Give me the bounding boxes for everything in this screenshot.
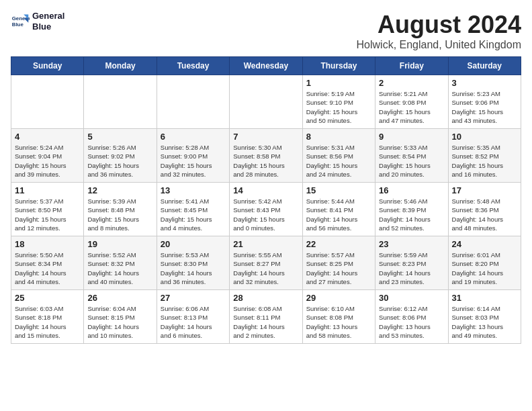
day-number: 18 [15, 239, 80, 249]
day-info: Sunrise: 6:12 AMSunset: 8:06 PMDaylight:… [379, 304, 444, 340]
week-row-5: 25Sunrise: 6:03 AMSunset: 8:18 PMDayligh… [11, 290, 521, 344]
week-row-3: 11Sunrise: 5:37 AMSunset: 8:50 PMDayligh… [11, 183, 521, 236]
calendar-cell: 27Sunrise: 6:06 AMSunset: 8:13 PMDayligh… [157, 290, 229, 344]
calendar-cell: 13Sunrise: 5:41 AMSunset: 8:45 PMDayligh… [157, 183, 229, 236]
day-info: Sunrise: 5:30 AMSunset: 8:58 PMDaylight:… [233, 143, 298, 179]
calendar-cell: 23Sunrise: 5:59 AMSunset: 8:23 PMDayligh… [375, 236, 448, 290]
day-number: 8 [306, 132, 371, 142]
day-info: Sunrise: 6:08 AMSunset: 8:11 PMDaylight:… [233, 304, 298, 340]
calendar-cell [157, 75, 229, 129]
day-info: Sunrise: 5:55 AMSunset: 8:27 PMDaylight:… [233, 250, 298, 286]
day-info: Sunrise: 5:37 AMSunset: 8:50 PMDaylight:… [15, 197, 80, 232]
day-number: 14 [233, 185, 298, 195]
calendar-body: 1Sunrise: 5:19 AMSunset: 9:10 PMDaylight… [11, 75, 521, 344]
day-number: 11 [15, 185, 80, 195]
calendar-cell: 6Sunrise: 5:28 AMSunset: 9:00 PMDaylight… [157, 129, 229, 183]
calendar-cell: 21Sunrise: 5:55 AMSunset: 8:27 PMDayligh… [230, 236, 302, 290]
day-number: 20 [161, 239, 226, 249]
calendar-cell: 28Sunrise: 6:08 AMSunset: 8:11 PMDayligh… [230, 290, 302, 344]
title-block: August 2024 Holwick, England, United Kin… [357, 11, 521, 51]
day-info: Sunrise: 5:21 AMSunset: 9:08 PMDaylight:… [379, 89, 444, 125]
day-number: 26 [87, 293, 152, 303]
day-number: 6 [161, 132, 226, 142]
calendar-cell: 31Sunrise: 6:14 AMSunset: 8:03 PMDayligh… [448, 290, 521, 344]
day-info: Sunrise: 6:06 AMSunset: 8:13 PMDaylight:… [161, 304, 226, 340]
day-info: Sunrise: 5:52 AMSunset: 8:32 PMDaylight:… [87, 250, 152, 286]
week-row-4: 18Sunrise: 5:50 AMSunset: 8:34 PMDayligh… [11, 236, 521, 290]
day-of-week-sunday: Sunday [11, 57, 84, 75]
calendar-cell: 8Sunrise: 5:31 AMSunset: 8:56 PMDaylight… [302, 129, 375, 183]
day-number: 21 [233, 239, 298, 249]
day-info: Sunrise: 5:44 AMSunset: 8:41 PMDaylight:… [306, 197, 371, 232]
day-number: 30 [379, 293, 444, 303]
day-info: Sunrise: 5:28 AMSunset: 9:00 PMDaylight:… [161, 143, 226, 179]
calendar-cell: 1Sunrise: 5:19 AMSunset: 9:10 PMDaylight… [302, 75, 375, 129]
day-number: 29 [306, 293, 371, 303]
day-number: 13 [161, 185, 226, 195]
day-info: Sunrise: 6:03 AMSunset: 8:18 PMDaylight:… [15, 304, 80, 340]
calendar-cell: 16Sunrise: 5:46 AMSunset: 8:39 PMDayligh… [375, 183, 448, 236]
days-of-week-row: SundayMondayTuesdayWednesdayThursdayFrid… [11, 57, 521, 75]
day-number: 17 [452, 185, 517, 195]
calendar-cell: 18Sunrise: 5:50 AMSunset: 8:34 PMDayligh… [11, 236, 84, 290]
calendar-cell [230, 75, 302, 129]
calendar-cell: 5Sunrise: 5:26 AMSunset: 9:02 PMDaylight… [84, 129, 157, 183]
calendar-cell: 4Sunrise: 5:24 AMSunset: 9:04 PMDaylight… [11, 129, 84, 183]
calendar-cell [84, 75, 157, 129]
day-number: 10 [452, 132, 517, 142]
day-info: Sunrise: 5:23 AMSunset: 9:06 PMDaylight:… [452, 89, 517, 125]
page-header: General Blue General Blue August 2024 Ho… [11, 11, 521, 51]
day-info: Sunrise: 5:35 AMSunset: 8:52 PMDaylight:… [452, 143, 517, 179]
day-number: 4 [15, 132, 80, 142]
day-info: Sunrise: 5:33 AMSunset: 8:54 PMDaylight:… [379, 143, 444, 179]
day-info: Sunrise: 5:24 AMSunset: 9:04 PMDaylight:… [15, 143, 80, 179]
svg-text:Blue: Blue [12, 21, 24, 28]
day-number: 27 [161, 293, 226, 303]
day-number: 5 [87, 132, 152, 142]
day-info: Sunrise: 5:50 AMSunset: 8:34 PMDaylight:… [15, 250, 80, 286]
day-number: 7 [233, 132, 298, 142]
logo-text-line2: Blue [32, 21, 64, 32]
day-number: 22 [306, 239, 371, 249]
day-number: 2 [379, 78, 444, 88]
day-info: Sunrise: 6:04 AMSunset: 8:15 PMDaylight:… [87, 304, 152, 340]
day-number: 19 [87, 239, 152, 249]
calendar-cell: 29Sunrise: 6:10 AMSunset: 8:08 PMDayligh… [302, 290, 375, 344]
day-number: 28 [233, 293, 298, 303]
day-number: 1 [306, 78, 371, 88]
calendar-cell: 11Sunrise: 5:37 AMSunset: 8:50 PMDayligh… [11, 183, 84, 236]
day-info: Sunrise: 6:01 AMSunset: 8:20 PMDaylight:… [452, 250, 517, 286]
calendar-cell: 25Sunrise: 6:03 AMSunset: 8:18 PMDayligh… [11, 290, 84, 344]
day-info: Sunrise: 5:26 AMSunset: 9:02 PMDaylight:… [87, 143, 152, 179]
calendar-cell: 9Sunrise: 5:33 AMSunset: 8:54 PMDaylight… [375, 129, 448, 183]
calendar-header: SundayMondayTuesdayWednesdayThursdayFrid… [11, 57, 521, 75]
calendar-subtitle: Holwick, England, United Kingdom [357, 39, 521, 51]
day-number: 12 [87, 185, 152, 195]
calendar-cell: 3Sunrise: 5:23 AMSunset: 9:06 PMDaylight… [448, 75, 521, 129]
calendar-cell: 14Sunrise: 5:42 AMSunset: 8:43 PMDayligh… [230, 183, 302, 236]
day-info: Sunrise: 5:42 AMSunset: 8:43 PMDaylight:… [233, 197, 298, 232]
logo-text-line1: General [32, 11, 64, 21]
day-info: Sunrise: 5:48 AMSunset: 8:36 PMDaylight:… [452, 197, 517, 232]
day-info: Sunrise: 5:46 AMSunset: 8:39 PMDaylight:… [379, 197, 444, 232]
calendar-cell: 22Sunrise: 5:57 AMSunset: 8:25 PMDayligh… [302, 236, 375, 290]
calendar-cell: 19Sunrise: 5:52 AMSunset: 8:32 PMDayligh… [84, 236, 157, 290]
calendar-cell: 2Sunrise: 5:21 AMSunset: 9:08 PMDaylight… [375, 75, 448, 129]
day-number: 25 [15, 293, 80, 303]
day-info: Sunrise: 6:14 AMSunset: 8:03 PMDaylight:… [452, 304, 517, 340]
day-info: Sunrise: 6:10 AMSunset: 8:08 PMDaylight:… [306, 304, 371, 340]
day-of-week-thursday: Thursday [302, 57, 375, 75]
day-info: Sunrise: 5:59 AMSunset: 8:23 PMDaylight:… [379, 250, 444, 286]
calendar-cell: 17Sunrise: 5:48 AMSunset: 8:36 PMDayligh… [448, 183, 521, 236]
day-of-week-tuesday: Tuesday [157, 57, 229, 75]
day-info: Sunrise: 5:57 AMSunset: 8:25 PMDaylight:… [306, 250, 371, 286]
calendar-cell: 30Sunrise: 6:12 AMSunset: 8:06 PMDayligh… [375, 290, 448, 344]
day-of-week-wednesday: Wednesday [230, 57, 302, 75]
day-number: 31 [452, 293, 517, 303]
day-info: Sunrise: 5:41 AMSunset: 8:45 PMDaylight:… [161, 197, 226, 232]
logo-icon: General Blue [11, 12, 30, 31]
calendar-cell [11, 75, 84, 129]
calendar-cell: 24Sunrise: 6:01 AMSunset: 8:20 PMDayligh… [448, 236, 521, 290]
week-row-1: 1Sunrise: 5:19 AMSunset: 9:10 PMDaylight… [11, 75, 521, 129]
week-row-2: 4Sunrise: 5:24 AMSunset: 9:04 PMDaylight… [11, 129, 521, 183]
